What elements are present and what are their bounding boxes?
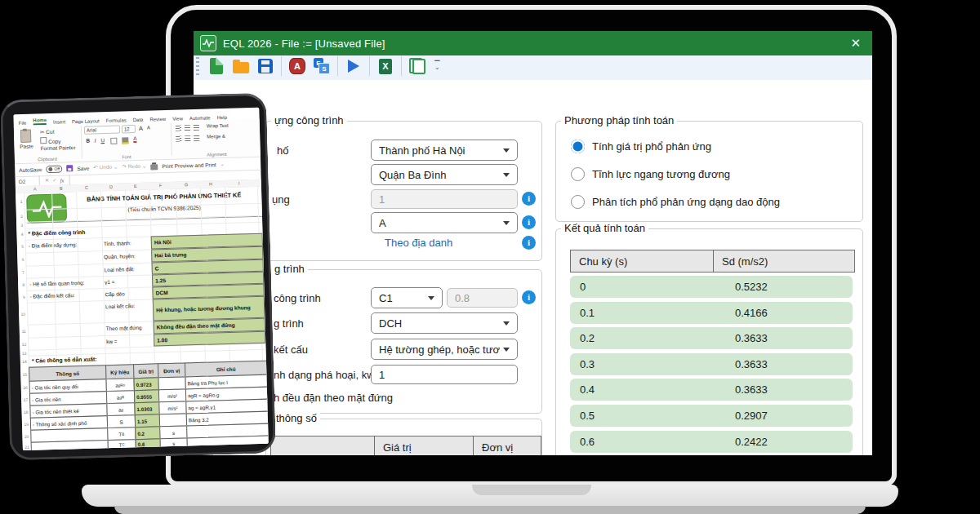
usage-input[interactable]: 1 bbox=[371, 189, 518, 209]
align-left-icon[interactable] bbox=[176, 135, 181, 141]
italic-button[interactable]: I bbox=[94, 137, 96, 143]
etabs-sap-icon[interactable]: ES bbox=[312, 56, 332, 76]
excel-row-number[interactable]: 19 bbox=[22, 421, 29, 426]
param-value[interactable]: 0.6 bbox=[136, 438, 161, 450]
align-bottom-icon[interactable] bbox=[194, 125, 199, 131]
radio-method-2[interactable] bbox=[571, 167, 585, 181]
excel-column-header-B[interactable]: B bbox=[60, 186, 63, 191]
paste-button[interactable]: Paste bbox=[17, 143, 35, 149]
copy-button[interactable]: Copy bbox=[40, 137, 60, 145]
structure-type-dropdown[interactable]: Hệ tường ghép, hoặc tươ... bbox=[371, 339, 518, 360]
excel-row-number[interactable]: 10 bbox=[19, 311, 25, 316]
excel-column-header-F[interactable]: F bbox=[159, 183, 163, 188]
class-value-input[interactable]: 0.8 bbox=[447, 288, 518, 308]
close-icon[interactable]: ✕ bbox=[850, 36, 861, 51]
align-top-icon[interactable] bbox=[176, 125, 181, 131]
save-icon[interactable] bbox=[256, 56, 275, 76]
shrink-font-icon[interactable]: A bbox=[147, 126, 150, 131]
excel-row-number[interactable]: 14 bbox=[20, 359, 27, 364]
excel-row-number[interactable]: 11 bbox=[20, 329, 26, 334]
theo-dia-danh-link[interactable]: Theo địa danh bbox=[385, 237, 452, 249]
excel-column-header-C[interactable]: C bbox=[85, 185, 88, 190]
cancel-icon[interactable]: ✕ bbox=[45, 177, 50, 184]
fill-color-icon[interactable] bbox=[122, 137, 128, 144]
excel-row-number[interactable]: 3 bbox=[16, 223, 23, 228]
save-icon[interactable] bbox=[66, 165, 73, 171]
excel-row-number[interactable]: 8 bbox=[18, 281, 24, 286]
autosave-toggle[interactable]: Off bbox=[46, 165, 62, 173]
result-row[interactable]: 0.10.4166 bbox=[570, 302, 853, 324]
excel-column-header-I[interactable]: I bbox=[238, 180, 240, 185]
run-icon[interactable] bbox=[344, 56, 363, 76]
ductility-dropdown[interactable]: DCH bbox=[371, 312, 518, 334]
excel-row-number[interactable]: 17 bbox=[21, 397, 28, 401]
ground-type-dropdown[interactable]: A bbox=[371, 212, 518, 233]
sheet-value-cell[interactable]: Hệ khung, hoặc tương đương khung bbox=[153, 296, 265, 321]
result-row[interactable]: 00.5232 bbox=[570, 276, 853, 298]
excel-row-number[interactable]: 1 bbox=[16, 199, 22, 204]
cut-button[interactable]: ✂ Cut bbox=[40, 129, 55, 135]
titlebar[interactable]: EQL 2026 - File := [Unsaved File] ✕ bbox=[194, 31, 872, 55]
result-row[interactable]: 0.20.3633 bbox=[570, 327, 853, 349]
excel-row-number[interactable]: 4 bbox=[16, 232, 23, 237]
building-class-dropdown[interactable]: C1 bbox=[371, 287, 443, 308]
result-row[interactable]: 0.60.2422 bbox=[570, 431, 853, 453]
result-row[interactable]: 0.50.2907 bbox=[570, 405, 853, 427]
merge-button[interactable]: Merge & bbox=[207, 134, 225, 140]
excel-row-number[interactable]: 21 bbox=[23, 445, 29, 450]
radio-method-3[interactable] bbox=[571, 195, 585, 209]
qat-overflow-icon[interactable]: ⌄ bbox=[220, 161, 225, 167]
excel-tab-home[interactable]: Home bbox=[33, 117, 47, 125]
info-icon[interactable]: i bbox=[522, 236, 536, 250]
result-row[interactable]: 0.30.3633 bbox=[570, 353, 853, 375]
name-box[interactable]: O2 bbox=[16, 175, 40, 186]
print-icon[interactable] bbox=[150, 164, 158, 170]
paste-icon[interactable] bbox=[20, 130, 31, 143]
info-icon[interactable]: i bbox=[522, 215, 536, 229]
district-dropdown[interactable]: Quận Ba Đình bbox=[371, 164, 518, 185]
excel-column-header-G[interactable]: G bbox=[185, 182, 188, 187]
grow-font-icon[interactable]: A bbox=[139, 125, 143, 132]
excel-row-number[interactable]: 2 bbox=[16, 213, 23, 218]
bold-button[interactable]: B bbox=[86, 138, 90, 144]
borders-icon[interactable] bbox=[110, 138, 117, 144]
excel-row-number[interactable]: 18 bbox=[21, 409, 28, 414]
city-dropdown[interactable]: Thành phố Hà Nội bbox=[371, 140, 518, 161]
access-export-icon[interactable]: A bbox=[287, 56, 307, 76]
info-icon[interactable]: i bbox=[522, 290, 536, 304]
result-row[interactable]: 0.40.3633 bbox=[570, 379, 853, 401]
excel-column-header-E[interactable]: E bbox=[134, 184, 137, 188]
align-right-icon[interactable] bbox=[194, 135, 199, 141]
excel-export-icon[interactable]: X bbox=[376, 56, 395, 76]
excel-row-number[interactable]: 7 bbox=[18, 269, 24, 274]
copy-icon[interactable] bbox=[408, 56, 427, 76]
excel-row-number[interactable]: 15 bbox=[20, 371, 27, 376]
excel-column-header-D[interactable]: D bbox=[109, 184, 113, 189]
excel-column-header-H[interactable]: H bbox=[209, 181, 212, 186]
excel-row-number[interactable]: 12 bbox=[20, 341, 26, 346]
excel-row-number[interactable]: 20 bbox=[22, 433, 29, 438]
excel-row-number[interactable]: 6 bbox=[17, 257, 24, 262]
toolbar-grip[interactable] bbox=[196, 57, 199, 75]
enter-icon[interactable]: ✓ bbox=[52, 177, 57, 184]
excel-column-header-A[interactable]: A bbox=[33, 186, 37, 191]
align-center-icon[interactable] bbox=[185, 135, 190, 141]
format-painter-button[interactable]: Format Painter bbox=[40, 144, 75, 151]
redo-button[interactable]: ↷ Redo ⌄ bbox=[122, 163, 146, 171]
regularity-text[interactable]: h đều đặn theo mặt đứng bbox=[274, 392, 393, 404]
excel-row-number[interactable]: 13 bbox=[20, 350, 26, 355]
font-size-combo[interactable]: 12 bbox=[122, 125, 136, 133]
font-name-combo[interactable]: Arial bbox=[84, 126, 120, 135]
fx-icon[interactable]: fx bbox=[60, 177, 64, 183]
excel-row-number[interactable]: 16 bbox=[21, 384, 28, 389]
new-file-icon[interactable] bbox=[207, 56, 226, 76]
align-middle-icon[interactable] bbox=[185, 125, 190, 131]
open-folder-icon[interactable] bbox=[231, 56, 251, 76]
undo-button[interactable]: ↶ Undo ⌄ bbox=[93, 164, 118, 171]
font-color-icon[interactable]: A bbox=[133, 135, 137, 143]
excel-row-number[interactable]: 5 bbox=[17, 244, 24, 249]
wrap-text-button[interactable]: Wrap Text bbox=[207, 123, 229, 129]
excel-row-number[interactable]: 9 bbox=[19, 294, 25, 299]
info-icon[interactable]: i bbox=[522, 192, 536, 206]
toolbar-overflow-icon[interactable]: ▔⌄ bbox=[434, 63, 440, 69]
